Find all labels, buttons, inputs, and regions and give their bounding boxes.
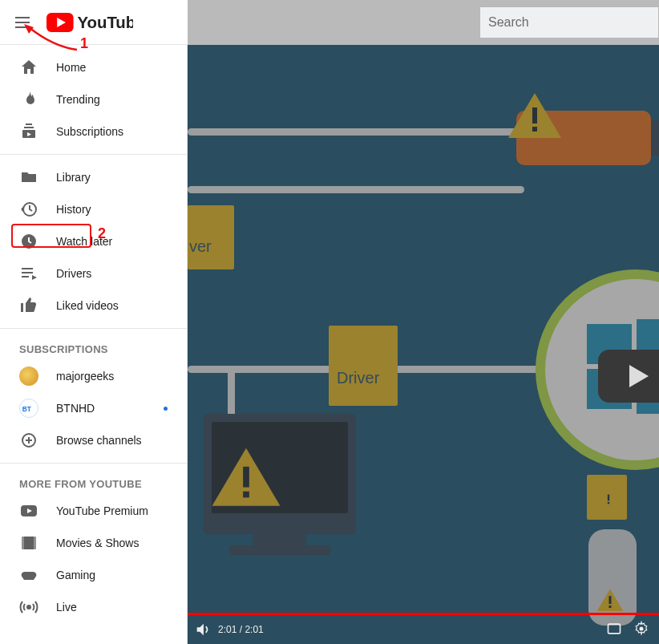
- svg-rect-22: [22, 537, 24, 549]
- sidebar-channel-btnhd[interactable]: BT BTNHD: [0, 392, 187, 424]
- svg-rect-13: [22, 268, 33, 269]
- sidebar-item-live[interactable]: Live: [0, 591, 187, 623]
- channel-avatar: [19, 367, 38, 386]
- gaming-icon: [19, 565, 38, 585]
- svg-text:BT: BT: [22, 406, 31, 413]
- sidebar-channel-majorgeeks[interactable]: majorgeeks: [0, 360, 187, 392]
- sidebar-heading-subscriptions: SUBSCRIPTIONS: [0, 335, 187, 360]
- sidebar-item-subscriptions[interactable]: Subscriptions: [0, 115, 187, 148]
- sidebar-item-trending[interactable]: Trending: [0, 83, 187, 115]
- svg-point-24: [27, 606, 30, 609]
- youtube-logo[interactable]: YouTube: [46, 13, 133, 32]
- sidebar-item-liked-videos[interactable]: Liked videos: [0, 290, 187, 322]
- video-player[interactable]: ver Driver 2:01 / 2:01: [188, 45, 659, 644]
- svg-rect-8: [24, 127, 34, 128]
- youtube-icon: [19, 501, 38, 520]
- svg-rect-2: [15, 26, 30, 28]
- sidebar-item-label: Browse channels: [56, 434, 142, 447]
- svg-rect-9: [26, 124, 32, 125]
- sidebar-item-watch-later[interactable]: Watch later: [0, 225, 187, 257]
- play-icon: [629, 365, 649, 387]
- annotation-label-2: 2: [98, 225, 106, 242]
- plus-circle-icon: [19, 431, 38, 450]
- new-content-dot-icon: [164, 407, 168, 411]
- svg-rect-1: [15, 22, 30, 23]
- film-icon: [19, 533, 38, 553]
- sidebar-item-label: Drivers: [56, 267, 91, 280]
- svg-rect-14: [22, 272, 33, 273]
- sidebar-item-label: BTNHD: [56, 402, 95, 415]
- sidebar-item-label: Liked videos: [56, 299, 119, 312]
- volume-icon[interactable]: [194, 621, 212, 638]
- svg-rect-0: [15, 17, 30, 18]
- channel-avatar: BT: [19, 399, 38, 418]
- subtitles-icon[interactable]: [606, 621, 622, 639]
- hamburger-menu-icon[interactable]: [13, 13, 32, 32]
- video-controls: 2:01 / 2:01: [188, 615, 659, 644]
- sidebar-item-movies[interactable]: Movies & Shows: [0, 527, 187, 559]
- home-icon: [19, 58, 38, 77]
- sidebar: Home Trending Subscriptions Library Hist…: [0, 45, 188, 644]
- annotation-label-1: 1: [80, 35, 88, 52]
- sidebar-item-label: Gaming: [56, 569, 95, 581]
- masthead: YouTube: [0, 0, 188, 45]
- sidebar-item-label: Home: [56, 61, 86, 74]
- trending-icon: [19, 90, 38, 109]
- sidebar-item-browse-channels[interactable]: Browse channels: [0, 424, 187, 456]
- sidebar-item-label: Trending: [56, 93, 100, 106]
- svg-point-42: [640, 627, 644, 631]
- sidebar-item-label: Movies & Shows: [56, 537, 139, 549]
- sidebar-heading-more: MORE FROM YOUTUBE: [0, 470, 187, 495]
- search-input[interactable]: Search: [479, 6, 658, 38]
- live-icon: [19, 597, 38, 617]
- sidebar-item-label: Subscriptions: [56, 125, 123, 138]
- playlist-icon: [19, 264, 38, 283]
- sidebar-item-history[interactable]: History: [0, 193, 187, 225]
- sidebar-item-label: Live: [56, 601, 77, 614]
- settings-icon[interactable]: [633, 621, 649, 639]
- sidebar-item-home[interactable]: Home: [0, 51, 187, 83]
- sidebar-item-label: majorgeeks: [56, 370, 114, 383]
- svg-rect-23: [34, 537, 36, 549]
- subscriptions-icon: [19, 122, 38, 141]
- sidebar-item-label: Library: [56, 171, 91, 184]
- time-display: 2:01 / 2:01: [218, 624, 264, 635]
- video-dim-overlay: [188, 45, 659, 644]
- play-button[interactable]: [598, 350, 659, 403]
- sidebar-item-gaming[interactable]: Gaming: [0, 559, 187, 591]
- thumbs-up-icon: [19, 296, 38, 315]
- svg-text:YouTube: YouTube: [77, 14, 133, 31]
- history-icon: [19, 200, 38, 219]
- svg-rect-15: [22, 276, 29, 277]
- library-icon: [19, 168, 38, 187]
- sidebar-item-premium[interactable]: YouTube Premium: [0, 495, 187, 527]
- sidebar-item-playlist-drivers[interactable]: Drivers: [0, 257, 187, 290]
- svg-rect-41: [608, 624, 621, 634]
- clock-icon: [19, 232, 38, 251]
- sidebar-item-label: YouTube Premium: [56, 504, 148, 517]
- svg-marker-16: [32, 275, 37, 280]
- sidebar-item-label: History: [56, 203, 91, 216]
- sidebar-item-library[interactable]: Library: [0, 161, 187, 193]
